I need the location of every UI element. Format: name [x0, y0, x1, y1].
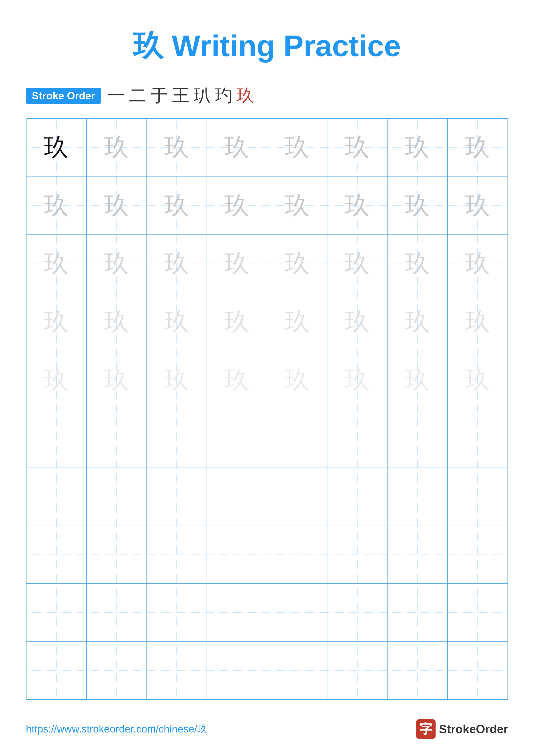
grid-cell-empty[interactable]: [327, 467, 387, 526]
grid-cell-empty[interactable]: [387, 525, 447, 583]
grid-cell-empty[interactable]: [87, 525, 146, 583]
grid-cell-empty[interactable]: [207, 583, 267, 641]
grid-cell: 玖: [147, 177, 207, 235]
grid-cell-empty[interactable]: [387, 583, 447, 641]
char-display: 玖: [44, 310, 69, 334]
grid-cell-empty[interactable]: [267, 467, 327, 526]
char-display: 玖: [104, 368, 129, 392]
grid-cell-empty[interactable]: [26, 525, 87, 583]
grid-cell: 玖: [387, 119, 447, 177]
grid-cell-empty[interactable]: [87, 467, 146, 526]
stroke-order-chars: 一 二 于 王 玐 玓 玖: [108, 84, 254, 107]
grid-cell-empty[interactable]: [26, 467, 87, 526]
grid-cell-empty[interactable]: [207, 467, 267, 526]
grid-cell-empty[interactable]: [387, 467, 447, 526]
grid-cell: 玖: [327, 235, 387, 293]
char-display: 玖: [345, 310, 369, 334]
stroke-2: 二: [129, 84, 146, 107]
grid-cell-empty[interactable]: [26, 409, 87, 467]
grid-cell-empty[interactable]: [26, 583, 87, 641]
grid-cell-empty[interactable]: [147, 467, 207, 526]
grid-cell-empty[interactable]: [87, 409, 146, 467]
grid-cell: 玖: [147, 119, 207, 177]
grid-cell-empty[interactable]: [447, 525, 508, 583]
grid-cell-empty[interactable]: [267, 641, 327, 700]
footer-logo: 字 StrokeOrder: [416, 719, 508, 739]
char-display: 玖: [44, 193, 69, 218]
grid-cell-empty[interactable]: [447, 641, 508, 700]
char-display: 玖: [465, 368, 490, 392]
grid-cell-empty[interactable]: [147, 641, 207, 700]
grid-cell: 玖: [267, 293, 327, 351]
grid-cell-empty[interactable]: [327, 641, 387, 700]
grid-cell: 玖: [207, 235, 267, 293]
grid-cell-empty[interactable]: [327, 583, 387, 641]
stroke-3: 于: [151, 84, 168, 107]
grid-cell: 玖: [147, 351, 207, 409]
grid-cell: 玖: [207, 177, 267, 235]
grid-cell-empty[interactable]: [87, 583, 146, 641]
grid-cell: 玖: [267, 119, 327, 177]
grid-cell-empty[interactable]: [147, 525, 207, 583]
char-display: 玖: [44, 368, 69, 392]
grid-cell: 玖: [327, 119, 387, 177]
page-title: 玖 Writing Practice: [26, 26, 508, 67]
practice-grid: 玖 玖 玖 玖 玖 玖 玖 玖 玖 玖 玖 玖 玖 玖 玖 玖 玖 玖 玖 玖 …: [26, 118, 508, 700]
logo-text: StrokeOrder: [439, 722, 508, 736]
char-display: 玖: [104, 251, 129, 276]
stroke-1: 一: [108, 84, 125, 107]
stroke-6: 玓: [215, 84, 232, 107]
grid-cell: 玖: [87, 177, 146, 235]
grid-cell: 玖: [387, 235, 447, 293]
grid-cell: 玖: [267, 351, 327, 409]
char-display: 玖: [465, 193, 490, 218]
char-display: 玖: [285, 368, 310, 392]
grid-cell: 玖: [267, 177, 327, 235]
grid-cell-empty[interactable]: [327, 525, 387, 583]
grid-cell-empty[interactable]: [447, 583, 508, 641]
char-display: 玖: [345, 368, 369, 392]
grid-cell-empty[interactable]: [387, 409, 447, 467]
grid-cell: 玖: [267, 235, 327, 293]
grid-cell: 玖: [327, 177, 387, 235]
grid-cell-empty[interactable]: [207, 409, 267, 467]
grid-cell: 玖: [327, 351, 387, 409]
grid-cell-empty[interactable]: [327, 409, 387, 467]
char-display: 玖: [165, 251, 189, 276]
grid-cell-empty[interactable]: [267, 525, 327, 583]
grid-cell: 玖: [387, 293, 447, 351]
grid-cell: 玖: [26, 351, 87, 409]
grid-cell-empty[interactable]: [267, 409, 327, 467]
grid-cell-empty[interactable]: [447, 467, 508, 526]
char-display: 玖: [405, 251, 430, 276]
char-display: 玖: [345, 193, 369, 218]
grid-cell-empty[interactable]: [26, 641, 87, 700]
grid-cell-empty[interactable]: [147, 409, 207, 467]
stroke-4: 王: [172, 84, 189, 107]
grid-cell-empty[interactable]: [87, 641, 146, 700]
grid-cell-empty[interactable]: [147, 583, 207, 641]
char-display: 玖: [224, 193, 249, 218]
grid-cell: 玖: [207, 351, 267, 409]
grid-cell: 玖: [447, 119, 508, 177]
char-display: 玖: [285, 135, 310, 160]
grid-cell-empty[interactable]: [207, 525, 267, 583]
char-display: 玖: [224, 310, 249, 334]
logo-icon: 字: [416, 719, 436, 739]
char-display: 玖: [405, 310, 430, 334]
page: 玖 Writing Practice Stroke Order 一 二 于 王 …: [0, 0, 534, 756]
grid-cell-empty[interactable]: [267, 583, 327, 641]
grid-cell: 玖: [207, 293, 267, 351]
grid-cell: 玖: [447, 235, 508, 293]
grid-cell-empty[interactable]: [207, 641, 267, 700]
char-display: 玖: [165, 193, 189, 218]
grid-cell-empty[interactable]: [387, 641, 447, 700]
char-display: 玖: [224, 368, 249, 392]
grid-cell-empty[interactable]: [447, 409, 508, 467]
char-display: 玖: [224, 135, 249, 160]
char-display: 玖: [44, 135, 69, 160]
grid-cell: 玖: [387, 351, 447, 409]
grid-cell: 玖: [87, 119, 146, 177]
char-display: 玖: [405, 135, 430, 160]
char-display: 玖: [465, 135, 490, 160]
